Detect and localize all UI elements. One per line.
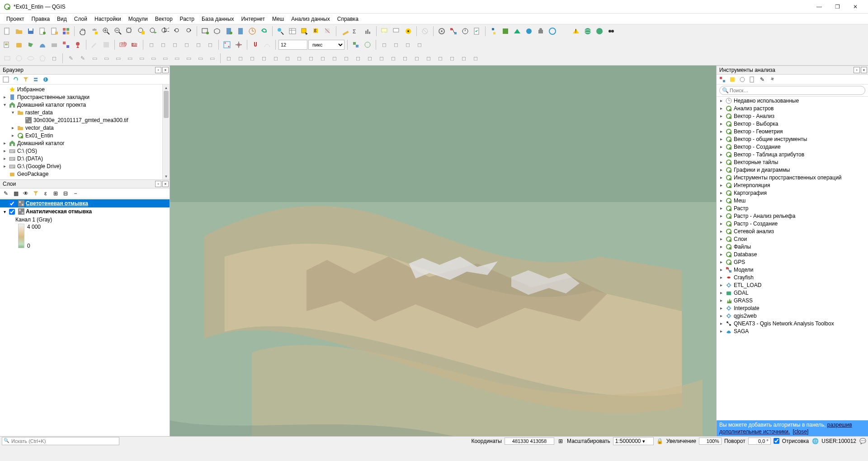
expand-icon[interactable]: ▸ — [718, 98, 724, 103]
plugin-button-3[interactable] — [524, 26, 534, 37]
layer-row-hillshade[interactable]: Светотеневая отмывка — [0, 199, 170, 207]
expand-icon[interactable]: ▸ — [718, 183, 724, 188]
menu-edit[interactable]: Правка — [28, 15, 54, 23]
expand-icon[interactable]: ▸ — [718, 321, 724, 326]
python-console-button[interactable] — [488, 26, 499, 37]
processing-group[interactable]: ▸ETL_LOAD — [717, 281, 868, 289]
plugin-button-4[interactable] — [535, 26, 546, 37]
browser-item[interactable]: 30n030e_20101117_gmted_mea300.tif — [0, 116, 170, 124]
expand-icon[interactable]: ▾ — [2, 102, 7, 107]
layers-close-button[interactable]: × — [162, 181, 169, 187]
processing-group[interactable]: ▸Картография — [717, 189, 868, 197]
show-decorations-button[interactable] — [403, 26, 414, 37]
expand-icon[interactable]: ▸ — [718, 144, 724, 149]
processing-group[interactable]: ▸Database — [717, 250, 868, 258]
expand-icon[interactable]: ▾ — [10, 110, 15, 115]
processing-group[interactable]: ▸Анализ растров — [717, 104, 868, 112]
temporal-button[interactable] — [247, 26, 258, 37]
pan-button[interactable] — [77, 26, 88, 37]
browser-collapse-button[interactable] — [32, 75, 40, 84]
coord-capture-button[interactable] — [233, 39, 244, 50]
new-project-button[interactable] — [2, 26, 13, 37]
zoom-next-button[interactable] — [183, 26, 194, 37]
expand-icon[interactable]: ▸ — [718, 213, 724, 218]
plugin-button-9[interactable] — [606, 26, 617, 37]
label-toolbar-1[interactable]: abc — [118, 39, 128, 50]
browser-scrollbar[interactable]: ▲ ▼ — [162, 85, 170, 179]
expand-icon[interactable]: ▸ — [2, 141, 7, 146]
layers-collapse-button[interactable]: ⊟ — [61, 189, 70, 198]
style-manager-button[interactable] — [61, 26, 71, 37]
processing-group[interactable]: ▸Crayfish — [717, 273, 868, 281]
processing-group[interactable]: ▸Инструменты пространственных операций — [717, 174, 868, 181]
scroll-down-icon[interactable]: ▼ — [163, 173, 170, 179]
menu-analysis[interactable]: Анализ данных — [288, 15, 333, 23]
processing-group[interactable]: ▸Вектор - общие инструменты — [717, 135, 868, 143]
processing-group[interactable]: ▸GDAL — [717, 289, 868, 296]
browser-item[interactable]: ▸Пространственные закладки — [0, 93, 170, 101]
processing-undock-button[interactable]: ▫ — [854, 67, 860, 73]
browser-add-button[interactable] — [2, 75, 10, 84]
processing-group[interactable]: ▸GPS — [717, 258, 868, 266]
annotation-button[interactable] — [391, 26, 402, 37]
proc-results-button[interactable] — [748, 75, 756, 84]
proc-options-button[interactable] — [768, 75, 776, 84]
open-attribute-table-button[interactable] — [287, 26, 298, 37]
layers-style-button[interactable]: ✎ — [2, 189, 10, 198]
processing-group[interactable]: ▸Вектор - Анализ — [717, 112, 868, 120]
expand-icon[interactable]: ▸ — [718, 221, 724, 226]
new-print-layout-button[interactable] — [37, 26, 48, 37]
processing-group[interactable]: ▸Файлы — [717, 243, 868, 250]
expand-icon[interactable]: ▸ — [718, 298, 724, 303]
expand-icon[interactable]: ▸ — [718, 252, 724, 257]
expand-icon[interactable]: ▸ — [2, 164, 7, 169]
processing-group[interactable]: ▸QNEAT3 - Qgis Network Analysis Toolbox — [717, 320, 868, 327]
menu-project[interactable]: Проект — [3, 15, 28, 23]
browser-tree[interactable]: Избранное▸Пространственные закладки▾Дома… — [0, 85, 170, 179]
menu-raster[interactable]: Растр — [176, 15, 198, 23]
processing-group[interactable]: ▸Недавно использованные — [717, 97, 868, 104]
processing-tree[interactable]: ▸Недавно использованные▸Анализ растров▸В… — [717, 97, 868, 420]
identify-button[interactable] — [275, 26, 286, 37]
processing-group[interactable]: ▸Растр - Анализ рельефа — [717, 212, 868, 220]
layers-tree[interactable]: Светотеневая отмывка ▾ Анатилическая отм… — [0, 198, 170, 436]
expand-icon[interactable]: ▸ — [10, 133, 15, 138]
new-map-view-button[interactable] — [200, 26, 211, 37]
expand-icon[interactable]: ▸ — [718, 160, 724, 165]
expand-icon[interactable]: ▸ — [718, 267, 724, 272]
processing-group[interactable]: ▸Растр — [717, 204, 868, 212]
processing-group[interactable]: ▸Меш — [717, 197, 868, 204]
expand-icon[interactable]: ▸ — [718, 290, 724, 295]
layer-row-analytic[interactable]: ▾ Анатилическая отмывка — [0, 207, 170, 216]
scroll-thumb[interactable] — [164, 91, 169, 118]
processing-group[interactable]: ▸Interpolate — [717, 304, 868, 312]
plugin-button-6[interactable]: ! — [571, 26, 581, 37]
browser-refresh-button[interactable] — [12, 75, 20, 84]
processing-group[interactable]: ▸Интерполяция — [717, 181, 868, 189]
plugin-button-8[interactable] — [594, 26, 605, 37]
expand-icon[interactable]: ▸ — [718, 136, 724, 141]
proc-history-button[interactable] — [738, 75, 746, 84]
expand-icon[interactable]: ▸ — [718, 329, 724, 334]
layers-visibility-button[interactable]: 👁 — [22, 189, 30, 198]
browser-close-button[interactable]: × — [162, 67, 169, 73]
layers-expand-button[interactable]: ⊞ — [52, 189, 60, 198]
minimize-button[interactable]: — — [810, 0, 828, 14]
scale-value[interactable]: 1:5000000 ▾ — [613, 437, 654, 445]
user-label[interactable]: USER:100012 — [821, 438, 856, 444]
expand-icon[interactable]: ▸ — [718, 198, 724, 203]
scroll-up-icon[interactable]: ▲ — [163, 85, 170, 91]
browser-item[interactable]: ▸Ex01_Entin — [0, 132, 170, 139]
browser-item[interactable]: ▸D:\ (DATA) — [0, 155, 170, 162]
plugin-button-2[interactable] — [512, 26, 523, 37]
processing-group[interactable]: ▸qgis2web — [717, 312, 868, 320]
new-memory-layer-button[interactable] — [49, 39, 60, 50]
processing-group[interactable]: ▸GRASS — [717, 296, 868, 304]
zoom-native-button[interactable]: 1:1 — [160, 26, 170, 37]
processing-group[interactable]: ▸Сетевой анализ — [717, 227, 868, 235]
open-project-button[interactable] — [14, 26, 24, 37]
menu-settings[interactable]: Настройки — [91, 15, 125, 23]
zoom-out-button[interactable] — [113, 26, 123, 37]
browser-item[interactable]: ▸Домашний каталог — [0, 139, 170, 147]
processing-group[interactable]: ▸Вектор - Выборка — [717, 120, 868, 127]
